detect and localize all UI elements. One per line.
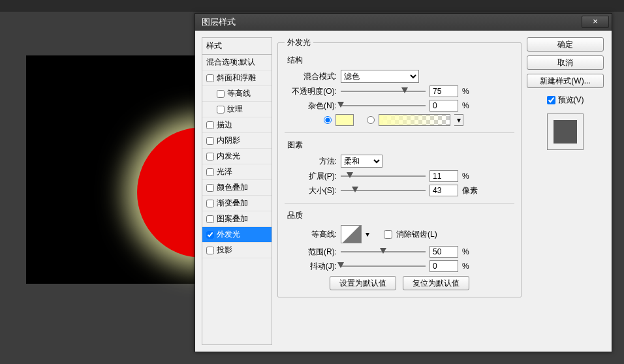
structure-title: 结构 <box>287 55 514 66</box>
spread-unit: % <box>462 172 469 181</box>
color-overlay-checkbox[interactable] <box>206 184 214 192</box>
opacity-label: 不透明度(O): <box>285 86 337 97</box>
gradient-arrow-icon[interactable]: ▾ <box>454 114 463 126</box>
inner-glow-checkbox[interactable] <box>206 153 214 160</box>
satin-row[interactable]: 光泽 <box>202 164 272 180</box>
opacity-unit: % <box>462 87 469 96</box>
range-unit: % <box>462 247 469 256</box>
size-input[interactable] <box>429 185 458 196</box>
spread-input[interactable] <box>429 170 458 182</box>
preview-checkbox[interactable] <box>547 96 555 104</box>
technique-select[interactable]: 柔和 <box>341 155 382 168</box>
preview-thumb-inner <box>554 120 577 144</box>
jitter-unit: % <box>462 262 469 271</box>
outer-glow-label: 外发光 <box>217 229 240 240</box>
styles-list: 样式 混合选项:默认 斜面和浮雕 等高线 纹理 描边 内阴影 <box>202 37 272 345</box>
color-radio[interactable] <box>324 116 332 124</box>
inner-glow-row[interactable]: 内发光 <box>202 149 272 164</box>
dialog-buttons: 确定 取消 新建样式(W)... 预览(V) <box>527 37 604 345</box>
preview-label: 预览(V) <box>558 95 584 106</box>
inner-shadow-row[interactable]: 内阴影 <box>202 133 272 149</box>
preview-toggle-row: 预览(V) <box>527 95 604 106</box>
technique-label: 方法: <box>285 156 337 167</box>
stroke-checkbox[interactable] <box>206 121 214 129</box>
contour-label: 等高线 <box>227 88 251 99</box>
color-overlay-label: 颜色叠加 <box>217 182 248 193</box>
stroke-row[interactable]: 描边 <box>202 117 272 133</box>
blend-mode-select[interactable]: 滤色 <box>341 70 419 83</box>
size-slider[interactable] <box>341 186 426 195</box>
pattern-overlay-checkbox[interactable] <box>206 215 214 223</box>
gradient-radio[interactable] <box>367 116 375 124</box>
set-default-button[interactable]: 设置为默认值 <box>330 276 396 290</box>
noise-unit: % <box>462 101 469 110</box>
blend-mode-label: 混合模式: <box>285 71 337 82</box>
satin-label: 光泽 <box>217 166 232 177</box>
dialog-title: 图层样式 <box>202 16 236 28</box>
ok-button[interactable]: 确定 <box>527 37 604 52</box>
spread-label: 扩展(P): <box>285 171 337 182</box>
contour-field-label: 等高线: <box>285 229 337 240</box>
contour-row[interactable]: 等高线 <box>202 86 272 102</box>
size-label: 大小(S): <box>285 185 337 196</box>
noise-input[interactable] <box>429 100 458 112</box>
bevel-checkbox[interactable] <box>206 74 214 82</box>
range-slider[interactable] <box>341 247 426 256</box>
noise-slider[interactable] <box>341 101 426 110</box>
texture-row[interactable]: 纹理 <box>202 102 272 117</box>
dialog-titlebar[interactable]: 图层样式 × <box>195 14 612 31</box>
range-label: 范围(R): <box>285 247 337 258</box>
pattern-overlay-label: 图案叠加 <box>217 213 248 224</box>
inner-shadow-label: 内阴影 <box>217 135 240 146</box>
opacity-input[interactable] <box>429 85 458 97</box>
drop-shadow-checkbox[interactable] <box>206 247 214 254</box>
anti-alias-label: 消除锯齿(L) <box>396 229 437 240</box>
gradient-overlay-checkbox[interactable] <box>206 200 214 207</box>
contour-checkbox[interactable] <box>217 90 225 98</box>
satin-checkbox[interactable] <box>206 168 214 176</box>
jitter-slider[interactable] <box>341 262 426 271</box>
texture-label: 纹理 <box>227 104 243 115</box>
preview-thumbnail <box>547 114 584 150</box>
size-unit: 像素 <box>462 185 478 196</box>
color-overlay-row[interactable]: 颜色叠加 <box>202 180 272 196</box>
anti-alias-checkbox[interactable] <box>384 230 392 239</box>
reset-default-button[interactable]: 复位为默认值 <box>403 276 469 290</box>
noise-label: 杂色(N): <box>285 100 337 112</box>
jitter-label: 抖动(J): <box>285 261 337 272</box>
contour-arrow-icon[interactable]: ▾ <box>366 230 369 239</box>
texture-checkbox[interactable] <box>217 106 225 114</box>
inner-glow-label: 内发光 <box>217 151 240 162</box>
color-swatch[interactable] <box>335 114 354 126</box>
outer-glow-group: 外发光 结构 混合模式: 滤色 不透明度(O): % <box>277 37 522 297</box>
drop-shadow-label: 投影 <box>217 245 232 256</box>
blend-options-label: 混合选项:默认 <box>206 57 255 68</box>
range-input[interactable] <box>429 246 458 258</box>
layer-style-dialog: 图层样式 × 样式 混合选项:默认 斜面和浮雕 等高线 纹理 描边 <box>195 13 612 352</box>
cancel-button[interactable]: 取消 <box>527 55 604 70</box>
styles-header[interactable]: 样式 <box>202 38 272 55</box>
options-panel: 外发光 结构 混合模式: 滤色 不透明度(O): % <box>277 37 522 345</box>
contour-picker[interactable] <box>341 225 362 243</box>
spread-slider[interactable] <box>341 172 426 181</box>
new-style-button[interactable]: 新建样式(W)... <box>527 74 604 88</box>
blend-options-row[interactable]: 混合选项:默认 <box>202 55 272 70</box>
gradient-overlay-row[interactable]: 渐变叠加 <box>202 196 272 211</box>
outer-glow-title: 外发光 <box>285 37 313 48</box>
inner-shadow-checkbox[interactable] <box>206 137 214 145</box>
elements-title: 图素 <box>287 140 514 151</box>
drop-shadow-row[interactable]: 投影 <box>202 243 272 258</box>
gradient-overlay-label: 渐变叠加 <box>217 198 248 209</box>
pattern-overlay-row[interactable]: 图案叠加 <box>202 211 272 227</box>
opacity-slider[interactable] <box>341 87 426 96</box>
close-button[interactable]: × <box>582 16 609 28</box>
jitter-input[interactable] <box>429 260 458 272</box>
quality-title: 品质 <box>287 210 514 221</box>
outer-glow-row[interactable]: 外发光 <box>202 227 272 243</box>
bevel-row[interactable]: 斜面和浮雕 <box>202 70 272 86</box>
outer-glow-checkbox[interactable] <box>206 231 214 239</box>
gradient-preview[interactable] <box>379 114 450 126</box>
stroke-label: 描边 <box>217 119 232 130</box>
bevel-label: 斜面和浮雕 <box>217 72 256 83</box>
